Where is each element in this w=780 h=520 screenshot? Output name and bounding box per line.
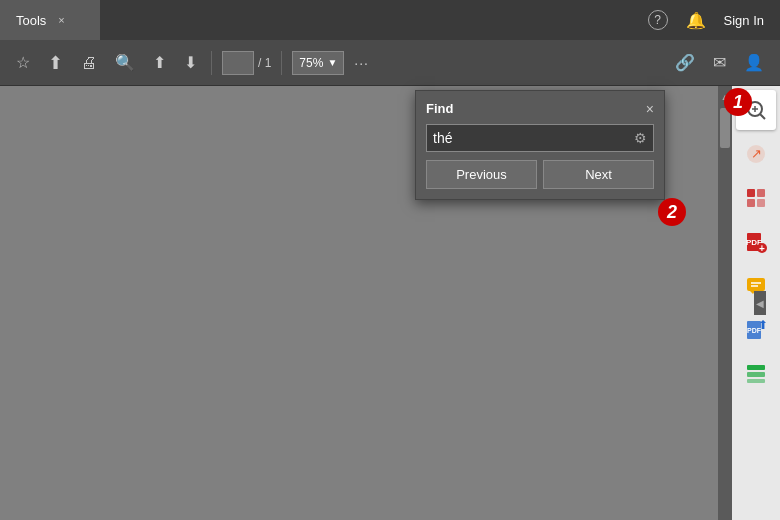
zoom-dropdown-icon: ▼ (327, 57, 337, 68)
bell-icon[interactable]: 🔔 (686, 11, 706, 30)
page-navigation: 1 / 1 (222, 51, 271, 75)
page-number-input[interactable]: 1 (222, 51, 254, 75)
svg-text:+: + (759, 243, 765, 253)
toolbar: ☆ ⬆ 🖨 🔍 ⬆ ⬇ 1 / 1 75% ▼ ··· 🔗 ✉ 👤 (0, 40, 780, 86)
find-search-input[interactable] (433, 127, 634, 149)
zoom-value: 75% (299, 56, 323, 70)
find-close-icon[interactable]: × (646, 102, 654, 116)
svg-rect-7 (757, 189, 765, 197)
combine-icon (745, 187, 767, 209)
svg-rect-23 (747, 379, 765, 383)
page-separator: / 1 (258, 56, 271, 70)
more-button[interactable]: ··· (354, 55, 369, 71)
svg-line-1 (760, 114, 765, 119)
scroll-thumb[interactable] (720, 108, 730, 148)
find-settings-icon[interactable]: ⚙ (634, 130, 647, 146)
svg-rect-8 (747, 199, 755, 207)
svg-text:↗: ↗ (751, 146, 762, 161)
separator-1 (211, 51, 212, 75)
print-icon[interactable]: 🖨 (77, 50, 101, 76)
tab-actions: ? 🔔 Sign In (632, 0, 780, 40)
svg-rect-9 (757, 199, 765, 207)
organize-icon (745, 363, 767, 385)
share-icon: ↗ (745, 143, 767, 165)
upload-icon[interactable]: ⬆ (44, 48, 67, 78)
tab-bar: Tools × ? 🔔 Sign In (0, 0, 780, 40)
scrollbar: ▲ (718, 86, 732, 520)
download-icon[interactable]: ⬇ (180, 49, 201, 76)
find-previous-button[interactable]: Previous (426, 160, 537, 189)
svg-rect-22 (747, 372, 765, 377)
right-panel-organize-button[interactable] (736, 354, 776, 394)
badge-2: 2 (658, 198, 686, 226)
tab-close-icon[interactable]: × (58, 14, 64, 26)
tools-tab[interactable]: Tools × (0, 0, 100, 40)
find-buttons: Previous Next (426, 160, 654, 189)
user-icon[interactable]: 👤 (740, 49, 768, 76)
find-input-row: ⚙ (426, 124, 654, 152)
pdf-plus-icon: PDF + (745, 231, 767, 253)
svg-rect-21 (747, 365, 765, 370)
right-panel-export-button[interactable]: PDF ⬆ (736, 310, 776, 350)
zoom-icon[interactable]: 🔍 (111, 49, 139, 76)
find-title: Find (426, 101, 453, 116)
tab-spacer (100, 0, 632, 40)
help-icon[interactable]: ? (648, 10, 668, 30)
svg-rect-6 (747, 189, 755, 197)
panel-collapse-arrow[interactable]: ◀ (754, 291, 766, 315)
bookmark-icon[interactable]: ☆ (12, 49, 34, 76)
pdf-area: Find × ⚙ Previous Next (0, 86, 718, 520)
svg-text:⬆: ⬆ (758, 319, 767, 332)
svg-rect-14 (747, 278, 765, 291)
link-icon[interactable]: 🔗 (671, 49, 699, 76)
right-panel-pdf-plus-button[interactable]: PDF + (736, 222, 776, 262)
right-panel-share-button[interactable]: ↗ (736, 134, 776, 174)
find-next-button[interactable]: Next (543, 160, 654, 189)
find-header: Find × (426, 101, 654, 116)
right-panel-combine-button[interactable] (736, 178, 776, 218)
badge-1: 1 (724, 88, 752, 116)
upload2-icon[interactable]: ⬆ (149, 49, 170, 76)
main-area: Find × ⚙ Previous Next ▲ ◀ (0, 86, 780, 520)
find-dialog: Find × ⚙ Previous Next (415, 90, 665, 200)
separator-2 (281, 51, 282, 75)
sign-in-button[interactable]: Sign In (724, 13, 764, 28)
tab-label: Tools (16, 13, 46, 28)
zoom-select[interactable]: 75% ▼ (292, 51, 344, 75)
export-icon: PDF ⬆ (745, 319, 767, 341)
email-icon[interactable]: ✉ (709, 49, 730, 76)
